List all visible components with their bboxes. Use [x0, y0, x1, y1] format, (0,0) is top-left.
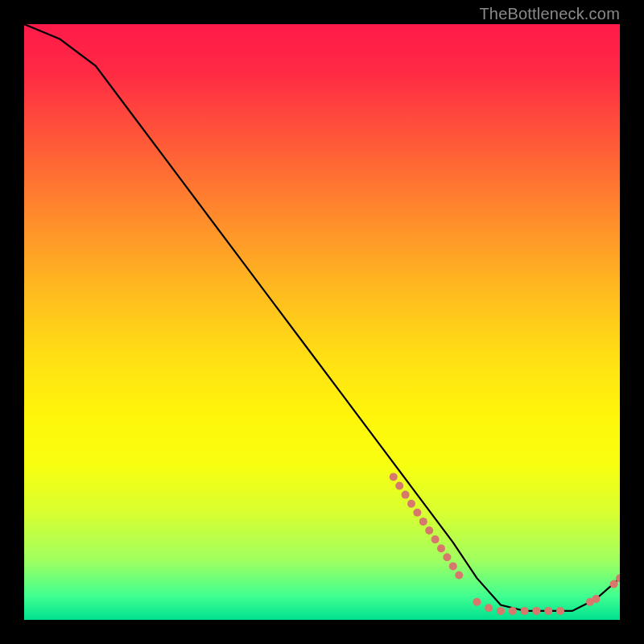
highlight-dot [437, 544, 445, 552]
highlight-dot [509, 607, 517, 615]
highlight-dot [473, 598, 481, 606]
highlight-dot [390, 473, 398, 481]
highlight-dot [431, 535, 440, 543]
chart-container: TheBottleneck.com [0, 0, 644, 644]
highlight-dot [443, 553, 451, 561]
highlight-dot [419, 518, 427, 526]
highlight-dot [455, 572, 463, 580]
highlight-dot [407, 500, 415, 508]
highlight-dot [402, 491, 410, 499]
chart-svg [24, 24, 620, 620]
watermark-text: TheBottleneck.com [479, 5, 620, 23]
highlight-dot [556, 607, 564, 615]
highlight-dot [413, 509, 421, 517]
plot-area [24, 24, 620, 620]
highlight-dot [497, 607, 505, 615]
highlight-dot [425, 526, 433, 535]
highlight-dot [449, 562, 457, 570]
highlight-dot [610, 580, 618, 588]
highlight-dot [592, 595, 600, 603]
highlight-dot [521, 607, 529, 615]
highlight-dot [485, 604, 493, 612]
highlight-dots [390, 473, 620, 615]
bottleneck-curve [24, 24, 620, 611]
highlight-dot [395, 482, 403, 490]
highlight-dot [532, 607, 540, 615]
highlight-dot [544, 607, 552, 615]
